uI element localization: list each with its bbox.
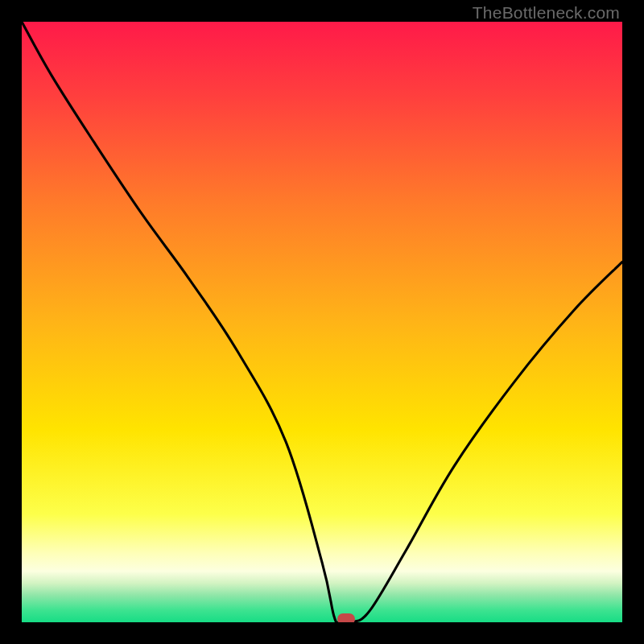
chart-frame: [22, 22, 622, 622]
bottleneck-curve: [22, 22, 622, 622]
attribution-text: TheBottleneck.com: [473, 3, 620, 23]
optimal-marker: [337, 613, 355, 622]
